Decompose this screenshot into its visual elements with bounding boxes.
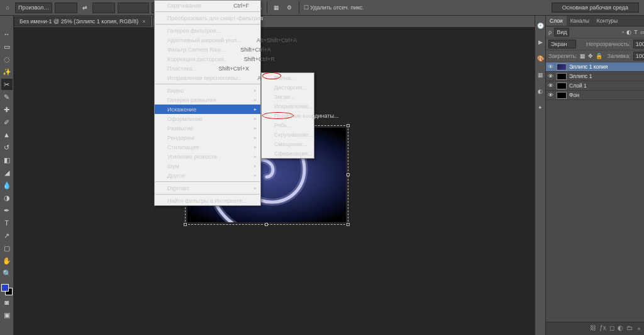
submenu-item-displace[interactable]: Дисторсия...	[262, 82, 314, 92]
layer-row[interactable]: 👁 Слой 1	[546, 81, 644, 91]
tool-marquee[interactable]: ▭	[1, 41, 13, 52]
menu-item-lens-correction[interactable]: Коррекция дисторсии...Shift+Ctrl+R	[155, 54, 260, 64]
tool-lasso[interactable]: ◌	[1, 54, 13, 65]
menu-item-distort[interactable]: Искажение▸	[155, 105, 260, 114]
layer-row[interactable]: 👁 Эллипс 1 копия	[546, 62, 644, 72]
submenu-item-spherize[interactable]: Сферизация...	[262, 149, 314, 158]
tool-eraser[interactable]: ◧	[1, 154, 13, 166]
lock-position-icon[interactable]: ✥	[588, 53, 593, 59]
tab-channels[interactable]: Каналы	[567, 16, 593, 26]
menu-item-convert-smart[interactable]: Преобразовать для смарт-фильтров	[155, 13, 260, 23]
tab-layers[interactable]: Слои	[546, 16, 567, 26]
crop-width-field[interactable]	[55, 3, 77, 13]
tool-pen[interactable]: ✒	[1, 205, 13, 216]
swatches-panel-icon[interactable]: ▦	[535, 70, 545, 80]
tool-hand[interactable]: ✋	[1, 255, 13, 266]
styles-panel-icon[interactable]: ✦	[535, 103, 545, 113]
lock-all-icon[interactable]: 🔒	[596, 53, 602, 59]
tool-shape[interactable]: ▢	[1, 242, 13, 254]
menu-item-browse-online[interactable]: Найти фильтры в Интернете...	[155, 196, 260, 205]
tool-heal[interactable]: ✚	[1, 104, 13, 115]
menu-item-adaptive-wide[interactable]: Адаптивный широкий угол...Alt+Shift+Ctrl…	[155, 35, 260, 45]
aspect-ratio-dropdown[interactable]: Произвол…	[15, 3, 52, 13]
layer-name[interactable]: Эллипс 1	[569, 73, 592, 79]
filter-pict-icon[interactable]: ▫	[622, 29, 624, 35]
crop-height-field[interactable]	[92, 3, 115, 13]
menu-item-blur[interactable]: Размытие▸	[155, 123, 260, 133]
tab-paths[interactable]: Контуры	[593, 16, 621, 26]
overlay-grid-icon[interactable]: ▦	[272, 3, 282, 13]
layer-style-icon[interactable]: ƒx	[599, 324, 606, 333]
menu-item-video[interactable]: Видео▸	[155, 86, 260, 95]
menu-item-render[interactable]: Рендеринг▸	[155, 133, 260, 142]
color-panel-icon[interactable]: 🎨	[535, 54, 545, 64]
layer-row[interactable]: 👁 Фон	[546, 91, 644, 100]
blend-mode-dropdown[interactable]: Экран	[548, 40, 576, 48]
transform-handle[interactable]	[184, 223, 187, 226]
tool-dodge[interactable]: ◑	[1, 192, 13, 203]
menu-item-liquify[interactable]: Пластика...Shift+Ctrl+X	[155, 64, 260, 73]
foreground-color-swatch[interactable]	[1, 284, 9, 292]
transform-handle[interactable]	[265, 223, 268, 226]
menu-item-other[interactable]: Другое▸	[155, 171, 260, 180]
tool-zoom[interactable]: 🔍	[1, 268, 13, 279]
menu-item-noise[interactable]: Шум▸	[155, 161, 260, 171]
tool-type[interactable]: T	[1, 217, 13, 229]
visibility-toggle-icon[interactable]: 👁	[548, 64, 554, 70]
menu-item-stylize[interactable]: Стилизация▸	[155, 142, 260, 152]
visibility-toggle-icon[interactable]: 👁	[548, 92, 554, 98]
distort-submenu[interactable]: Волна... Дисторсия... Зигзаг... Искривле…	[261, 72, 314, 159]
menu-item-sharpen[interactable]: Усиление резкости▸	[155, 152, 260, 161]
visibility-toggle-icon[interactable]: 👁	[548, 82, 554, 89]
close-tab-icon[interactable]: ×	[142, 18, 145, 25]
transform-handle[interactable]	[347, 223, 350, 226]
link-layers-icon[interactable]: ⛓	[590, 324, 596, 333]
transform-handle[interactable]	[347, 173, 350, 176]
submenu-item-twirl[interactable]: Скручивание...	[262, 130, 314, 139]
filter-adj-icon[interactable]: ◐	[626, 29, 631, 35]
menu-item-digimarc[interactable]: Digimarc▸	[155, 183, 260, 193]
submenu-item-ripple[interactable]: Рябь...	[262, 120, 314, 130]
tool-quickmask[interactable]: ◙	[1, 297, 13, 308]
submenu-item-shear[interactable]: Искривление...	[262, 101, 314, 111]
crop-options-gear-icon[interactable]: ⚙	[284, 3, 294, 13]
workspace-switcher[interactable]: Основная рабочая среда	[552, 3, 639, 13]
tool-blur[interactable]: 💧	[1, 179, 13, 191]
layer-thumbnail[interactable]	[557, 92, 567, 99]
color-swatches[interactable]	[1, 284, 13, 295]
tool-stamp[interactable]: ▲	[1, 129, 13, 140]
tool-wand[interactable]: ✨	[1, 66, 13, 77]
tool-eyedropper[interactable]: ✎	[1, 91, 13, 103]
filter-shape-icon[interactable]: ▱	[640, 29, 644, 35]
tool-history-brush[interactable]: ↺	[1, 142, 13, 153]
menu-item-camera-raw[interactable]: Фильтр Camera Raw...Shift+Ctrl+A	[155, 45, 260, 54]
layer-name[interactable]: Эллипс 1 копия	[569, 64, 608, 70]
menu-item-pixelate[interactable]: Оформление▸	[155, 114, 260, 123]
new-layer-icon[interactable]: ＋	[636, 324, 642, 333]
layer-filter-kind[interactable]: Вид	[554, 28, 569, 37]
layer-thumbnail[interactable]	[557, 64, 567, 71]
fill-field[interactable]: 100%	[633, 52, 644, 60]
layer-name[interactable]: Фон	[569, 92, 579, 98]
tool-screenmode[interactable]: ▣	[1, 309, 13, 321]
submenu-item-polar[interactable]: Полярные координаты...	[262, 111, 314, 120]
menu-item-filter-gallery[interactable]: Галерея фильтров...	[155, 26, 260, 35]
tool-path-select[interactable]: ↗	[1, 230, 13, 241]
tool-brush[interactable]: ✐	[1, 116, 13, 128]
filter-menu[interactable]: СкручиваниеCtrl+F Преобразовать для смар…	[154, 0, 261, 206]
layer-thumbnail[interactable]	[557, 82, 567, 89]
submenu-item-zigzag[interactable]: Зигзаг...	[262, 92, 314, 101]
transform-handle[interactable]	[347, 124, 350, 127]
adjustments-panel-icon[interactable]: ◐	[535, 86, 545, 96]
history-panel-icon[interactable]: 🕘	[535, 21, 545, 31]
crop-resolution-field[interactable]	[118, 3, 149, 13]
layer-thumbnail[interactable]	[557, 73, 567, 80]
filter-type-icon[interactable]: T	[634, 29, 638, 35]
submenu-item-offset[interactable]: Смещение...	[262, 139, 314, 149]
actions-panel-icon[interactable]: ▶	[535, 37, 545, 47]
swap-dimensions-icon[interactable]: ⇄	[80, 3, 90, 13]
opacity-field[interactable]: 100%	[633, 40, 644, 48]
layer-name[interactable]: Слой 1	[569, 82, 587, 89]
submenu-item-wave[interactable]: Волна...	[262, 73, 314, 82]
new-fill-adj-icon[interactable]: ◐	[618, 324, 623, 333]
